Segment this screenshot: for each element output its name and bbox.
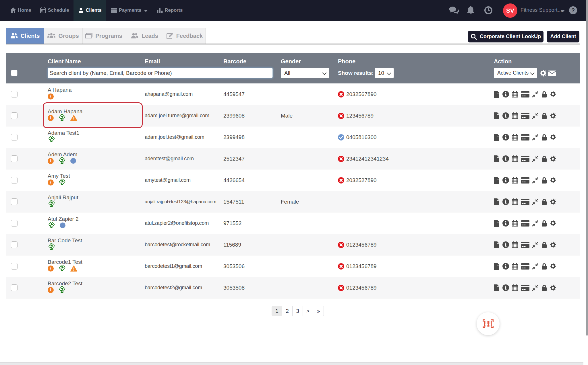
svg-text:?: ? [571, 7, 575, 13]
